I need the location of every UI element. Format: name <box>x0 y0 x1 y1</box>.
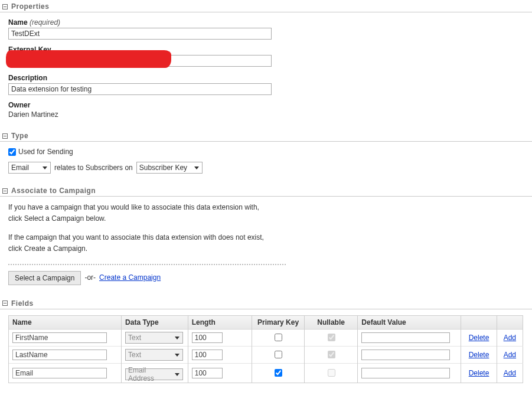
collapse-icon[interactable] <box>2 301 8 306</box>
properties-section: Properties Name (required) External Key … <box>0 0 532 125</box>
dotted-divider <box>8 264 286 265</box>
external-key-label: External Key <box>8 45 532 54</box>
relates-text: relates to Subscribers on <box>54 164 133 172</box>
field-delete-link[interactable]: Delete <box>469 351 489 359</box>
table-row: Email AddressDeleteAdd <box>9 363 523 383</box>
field-delete-link[interactable]: Delete <box>469 334 489 342</box>
channel-select[interactable]: Email <box>8 162 51 174</box>
field-nullable-checkbox[interactable] <box>328 351 335 358</box>
field-add-link[interactable]: Add <box>504 351 516 359</box>
field-add-link[interactable]: Add <box>504 369 516 377</box>
type-title: Type <box>11 132 28 140</box>
name-label: Name (required) <box>8 18 532 27</box>
field-nullable-checkbox[interactable] <box>328 334 335 341</box>
description-label: Description <box>8 74 532 82</box>
field-nullable-checkbox[interactable] <box>328 369 335 377</box>
associate-title: Associate to Campaign <box>11 187 96 195</box>
field-primarykey-checkbox[interactable] <box>275 369 282 377</box>
fields-title: Fields <box>11 299 34 308</box>
field-name-input[interactable] <box>12 368 107 378</box>
owner-label: Owner <box>8 101 532 109</box>
used-for-sending-checkbox[interactable] <box>8 148 16 156</box>
create-campaign-link[interactable]: Create a Campaign <box>99 273 161 283</box>
table-row: TextDeleteAdd <box>9 346 523 363</box>
assoc-text-line1: If you have a campaign that you would li… <box>8 203 532 213</box>
associate-header[interactable]: Associate to Campaign <box>0 184 532 197</box>
field-primarykey-checkbox[interactable] <box>275 334 282 341</box>
assoc-text-line4: click Create a Campaign. <box>8 244 532 254</box>
collapse-icon[interactable] <box>2 188 8 194</box>
fields-table: Name Data Type Length Primary Key Nullab… <box>8 315 523 383</box>
field-default-input[interactable] <box>361 368 450 378</box>
col-nullable-header: Nullable <box>304 315 358 329</box>
table-row: TextDeleteAdd <box>9 329 523 346</box>
col-primarykey-header: Primary Key <box>252 315 305 329</box>
name-block: Name (required) <box>0 18 532 45</box>
type-header[interactable]: Type <box>0 129 532 142</box>
owner-value: Darien Martinez <box>8 110 532 119</box>
used-for-sending-row: Used for Sending <box>8 148 532 156</box>
type-section: Type Used for Sending Email relates to S… <box>0 129 532 179</box>
field-primarykey-checkbox[interactable] <box>275 351 282 358</box>
col-add-header <box>497 315 523 329</box>
field-name-input[interactable] <box>12 350 107 360</box>
fields-header-row: Name Data Type Length Primary Key Nullab… <box>9 315 523 329</box>
used-for-sending-label: Used for Sending <box>18 148 73 156</box>
collapse-icon[interactable] <box>2 133 8 139</box>
subscriber-relation-select[interactable]: Subscriber Key <box>136 162 203 174</box>
field-length-input[interactable] <box>192 368 223 378</box>
or-text: -or- <box>84 273 96 283</box>
name-input[interactable] <box>8 28 272 40</box>
fields-section: Fields Name Data Type Length Primary Key… <box>0 297 532 386</box>
relate-row: Email relates to Subscribers on Subscrib… <box>8 162 532 174</box>
col-length-header: Length <box>188 315 252 329</box>
owner-block: Owner Darien Martinez <box>0 101 532 125</box>
properties-title: Properties <box>11 2 49 11</box>
field-default-input[interactable] <box>361 332 450 343</box>
external-key-block: External Key <box>0 45 532 74</box>
field-datatype-select[interactable]: Email Address <box>125 368 183 380</box>
field-add-link[interactable]: Add <box>504 334 516 342</box>
field-length-input[interactable] <box>192 332 223 343</box>
select-campaign-button[interactable]: Select a Campaign <box>8 271 81 285</box>
associate-section: Associate to Campaign If you have a camp… <box>0 184 532 292</box>
fields-header[interactable]: Fields <box>0 297 532 309</box>
field-default-input[interactable] <box>361 350 450 360</box>
field-datatype-select[interactable]: Text <box>125 349 183 361</box>
field-delete-link[interactable]: Delete <box>469 369 489 377</box>
properties-header[interactable]: Properties <box>0 0 532 12</box>
col-datatype-header: Data Type <box>122 315 188 329</box>
col-delete-header <box>461 315 497 329</box>
external-key-input[interactable] <box>8 55 272 67</box>
description-block: Description <box>0 74 532 101</box>
field-length-input[interactable] <box>192 350 223 360</box>
field-datatype-select[interactable]: Text <box>125 332 183 344</box>
field-name-input[interactable] <box>12 332 107 343</box>
description-input[interactable] <box>8 83 272 95</box>
collapse-icon[interactable] <box>2 4 8 9</box>
assoc-text-line3: If the campaign that you want to associa… <box>8 233 532 243</box>
col-name-header: Name <box>9 315 122 329</box>
assoc-text-line2: click Select a Campaign below. <box>8 214 532 224</box>
col-default-header: Default Value <box>358 315 461 329</box>
